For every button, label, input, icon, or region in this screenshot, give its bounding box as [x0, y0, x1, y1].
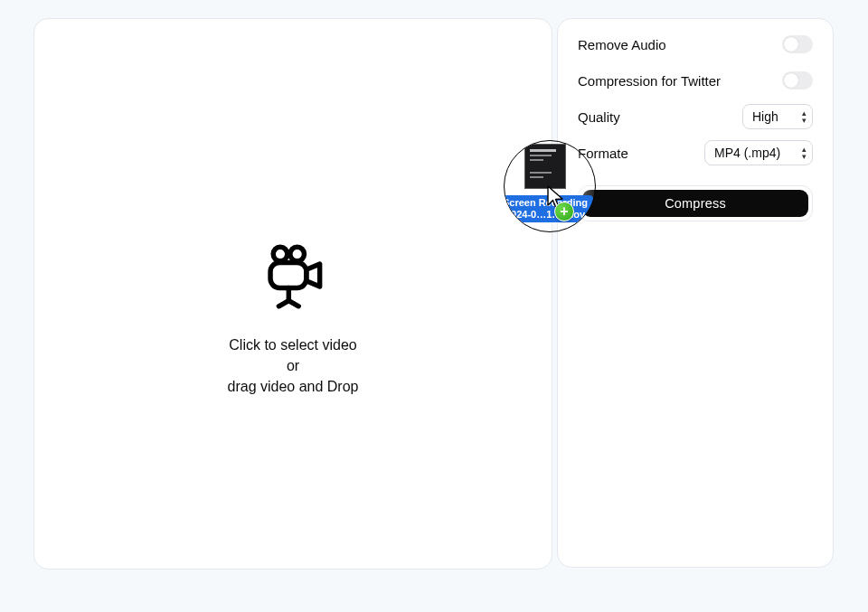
remove-audio-toggle[interactable] — [782, 35, 813, 53]
drop-line-1: Click to select video — [34, 335, 552, 354]
dragged-file-name: Screen Recording 2024-0…1….mov — [504, 195, 593, 222]
twitter-compression-row: Compression for Twitter — [558, 62, 833, 99]
stepper-icon: ▴ ▾ — [802, 109, 807, 125]
svg-rect-2 — [270, 262, 307, 287]
plus-glyph: + — [560, 203, 568, 220]
quality-label: Quality — [578, 109, 620, 125]
quality-row: Quality High ▴ ▾ — [558, 99, 833, 135]
video-drop-zone[interactable]: Click to select video or drag video and … — [33, 18, 552, 570]
svg-line-5 — [288, 301, 298, 306]
svg-point-0 — [273, 247, 288, 261]
drop-line-2: or — [34, 356, 552, 375]
plus-icon: + — [554, 202, 574, 221]
chevron-down-icon: ▾ — [802, 153, 807, 161]
drop-line-3: drag video and Drop — [34, 377, 552, 396]
quality-select[interactable]: High ▴ ▾ — [742, 104, 813, 129]
compress-button-label: Compress — [665, 196, 726, 211]
remove-audio-row: Remove Audio — [558, 26, 833, 62]
chevron-down-icon: ▾ — [802, 117, 807, 125]
drop-zone-content: Click to select video or drag video and … — [34, 241, 552, 398]
svg-point-1 — [290, 247, 305, 261]
twitter-compression-toggle[interactable] — [782, 71, 813, 89]
dragged-file-name-line1: Screen Recording — [504, 197, 588, 208]
twitter-compression-label: Compression for Twitter — [578, 73, 721, 89]
stepper-icon: ▴ ▾ — [802, 146, 807, 161]
file-thumbnail — [524, 144, 566, 189]
remove-audio-label: Remove Audio — [578, 37, 666, 52]
compress-button[interactable]: Compress — [582, 190, 808, 217]
settings-panel: Remove Audio Compression for Twitter Qua… — [557, 18, 834, 568]
formate-row: Formate MP4 (.mp4) ▴ ▾ — [558, 135, 833, 171]
formate-value: MP4 (.mp4) — [714, 146, 780, 160]
drag-preview-bubble: Screen Recording 2024-0…1….mov — [504, 140, 596, 232]
quality-value: High — [752, 109, 778, 124]
compress-card: Compress — [578, 185, 813, 221]
drop-instructions: Click to select video or drag video and … — [34, 335, 552, 396]
camera-icon — [34, 241, 552, 312]
formate-select[interactable]: MP4 (.mp4) ▴ ▾ — [704, 140, 813, 165]
